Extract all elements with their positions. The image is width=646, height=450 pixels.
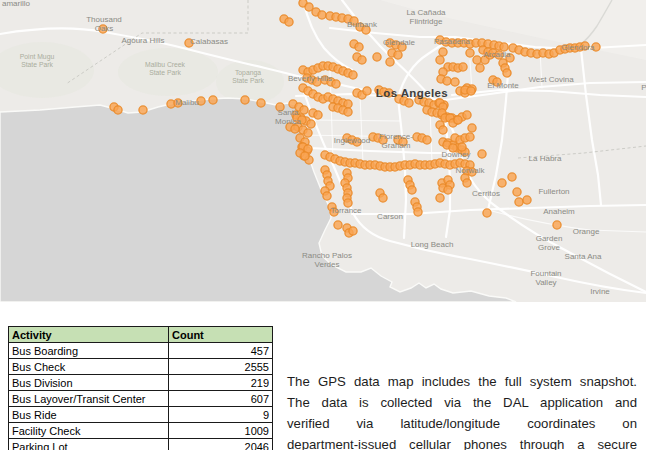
gps-data-point[interactable] [451, 78, 459, 86]
gps-data-point[interactable] [436, 56, 444, 64]
gps-data-point[interactable] [500, 43, 508, 51]
table-row: Bus Layover/Transit Center607 [9, 391, 273, 407]
gps-data-point[interactable] [506, 54, 514, 62]
gps-data-point[interactable] [349, 227, 357, 235]
gps-data-point[interactable] [466, 133, 474, 141]
gps-data-point[interactable] [307, 120, 315, 128]
gps-data-point[interactable] [373, 53, 381, 61]
gps-data-point[interactable] [334, 221, 342, 229]
gps-data-point[interactable] [398, 43, 406, 51]
count-cell[interactable]: 2555 [169, 359, 273, 375]
gps-data-point[interactable] [379, 136, 387, 144]
gps-data-point[interactable] [508, 173, 516, 181]
gps-data-point[interactable] [313, 78, 321, 86]
gps-data-point[interactable] [355, 43, 363, 51]
gps-data-point[interactable] [362, 26, 370, 34]
gps-data-point[interactable] [515, 198, 523, 206]
count-cell[interactable]: 219 [169, 375, 273, 391]
gps-data-point[interactable] [385, 89, 393, 97]
gps-data-point[interactable] [379, 194, 387, 202]
gps-data-point[interactable] [318, 11, 326, 19]
table-row: Bus Boarding457 [9, 343, 273, 359]
gps-data-point[interactable] [439, 126, 447, 134]
gps-data-point[interactable] [114, 106, 122, 114]
gps-data-point[interactable] [581, 42, 589, 50]
count-column-header[interactable]: Count [169, 327, 273, 343]
paragraph-line: verified via latitude/longitude coordina… [287, 413, 637, 434]
gps-data-point[interactable] [458, 143, 466, 151]
gps-data-point[interactable] [344, 199, 352, 207]
activity-cell[interactable]: Bus Check [9, 359, 169, 375]
gps-data-point[interactable] [476, 64, 484, 72]
gps-data-point[interactable] [503, 69, 511, 77]
gps-data-point[interactable] [349, 71, 357, 79]
activity-cell[interactable]: Parking Lot [9, 439, 169, 450]
gps-data-point[interactable] [513, 188, 521, 196]
gps-data-point[interactable] [405, 99, 413, 107]
gps-data-point[interactable] [139, 106, 147, 114]
gps-data-point[interactable] [241, 96, 249, 104]
gps-data-point[interactable] [386, 58, 394, 66]
gps-data-point[interactable] [301, 152, 309, 160]
gps-data-point[interactable] [330, 208, 338, 216]
activity-column-header[interactable]: Activity [9, 327, 169, 343]
activity-cell[interactable]: Facility Check [9, 423, 169, 439]
gps-data-point[interactable] [300, 106, 308, 114]
gps-data-point[interactable] [344, 108, 352, 116]
gps-data-point[interactable] [466, 49, 474, 57]
gps-data-point[interactable] [174, 99, 182, 107]
gps-data-point[interactable] [353, 138, 361, 146]
gps-data-point[interactable] [363, 87, 371, 95]
gps-data-point[interactable] [463, 179, 471, 187]
gps-data-point[interactable] [99, 25, 107, 33]
gps-data-point[interactable] [332, 80, 340, 88]
gps-data-point[interactable] [185, 39, 193, 47]
gps-data-point[interactable] [439, 48, 447, 56]
gps-data-point[interactable] [483, 209, 491, 217]
gps-data-point[interactable] [304, 129, 312, 137]
gps-data-point[interactable] [323, 192, 331, 200]
gps-data-point[interactable] [257, 99, 265, 107]
gps-data-point[interactable] [553, 221, 561, 229]
gps-data-point[interactable] [209, 96, 217, 104]
activity-cell[interactable]: Bus Layover/Transit Center [9, 391, 169, 407]
gps-data-point[interactable] [454, 116, 462, 124]
count-cell[interactable]: 607 [169, 391, 273, 407]
gps-data-point[interactable] [298, 116, 306, 124]
gps-data-point[interactable] [449, 144, 457, 152]
gps-data-point[interactable] [468, 124, 476, 132]
gps-data-point[interactable] [285, 18, 293, 26]
gps-data-point[interactable] [197, 97, 205, 105]
activity-cell[interactable]: Bus Ride [9, 407, 169, 423]
activity-cell[interactable]: Bus Boarding [9, 343, 169, 359]
gps-data-point[interactable] [408, 186, 416, 194]
gps-data-point[interactable] [291, 125, 299, 133]
gps-data-point[interactable] [473, 56, 481, 64]
gps-data-point[interactable] [314, 111, 322, 119]
gps-data-point[interactable] [436, 194, 444, 202]
gps-data-point[interactable] [276, 103, 284, 111]
count-cell[interactable]: 457 [169, 343, 273, 359]
gps-data-point[interactable] [443, 77, 451, 85]
count-cell[interactable]: 9 [169, 407, 273, 423]
gps-data-point[interactable] [358, 56, 366, 64]
activity-cell[interactable]: Bus Division [9, 375, 169, 391]
gps-data-point[interactable] [444, 186, 452, 194]
gps-data-point[interactable] [414, 208, 422, 216]
gps-data-point[interactable] [493, 78, 501, 86]
gps-data-point[interactable] [423, 136, 431, 144]
activity-table: Activity Count Bus Boarding457Bus Check2… [8, 326, 273, 450]
gps-data-point[interactable] [468, 168, 476, 176]
gps-data-point[interactable] [394, 51, 402, 59]
gps-data-point[interactable] [523, 196, 531, 204]
gps-data-point[interactable] [463, 111, 471, 119]
count-cell[interactable]: 1009 [169, 423, 273, 439]
gps-data-point[interactable] [459, 63, 467, 71]
gps-data-point[interactable] [498, 179, 506, 187]
gps-data-point[interactable] [592, 43, 600, 51]
gps-data-point[interactable] [467, 87, 475, 95]
gps-data-point[interactable] [478, 150, 486, 158]
count-cell[interactable]: 2046 [169, 439, 273, 450]
gps-data-point[interactable] [495, 51, 503, 59]
gps-data-point[interactable] [399, 138, 407, 146]
